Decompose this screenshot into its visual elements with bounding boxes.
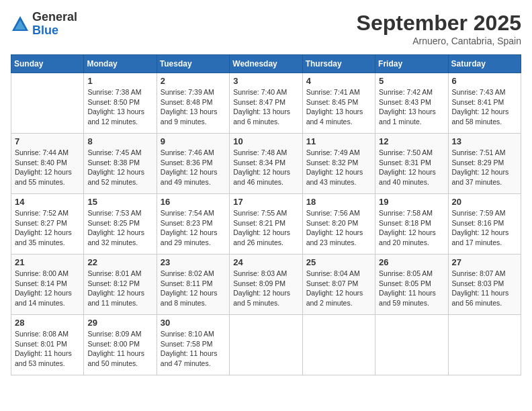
day-number: 6: [452, 76, 517, 86]
day-detail: Sunrise: 7:53 AM Sunset: 8:25 PM Dayligh…: [87, 208, 152, 248]
day-number: 20: [452, 197, 517, 207]
day-number: 2: [161, 76, 226, 86]
calendar-cell: 28Sunrise: 8:08 AM Sunset: 8:01 PM Dayli…: [11, 315, 84, 375]
calendar-cell: 7Sunrise: 7:44 AM Sunset: 8:40 PM Daylig…: [11, 134, 84, 194]
day-number: 16: [161, 197, 226, 207]
calendar-week-row: 14Sunrise: 7:52 AM Sunset: 8:27 PM Dayli…: [11, 194, 521, 255]
day-detail: Sunrise: 7:44 AM Sunset: 8:40 PM Dayligh…: [15, 148, 80, 187]
weekday-header-friday: Friday: [375, 55, 448, 73]
day-number: 27: [452, 257, 517, 267]
day-detail: Sunrise: 7:41 AM Sunset: 8:45 PM Dayligh…: [306, 87, 371, 127]
calendar-cell: 22Sunrise: 8:01 AM Sunset: 8:12 PM Dayli…: [84, 255, 157, 315]
day-detail: Sunrise: 8:05 AM Sunset: 8:05 PM Dayligh…: [379, 269, 444, 308]
calendar-cell: 29Sunrise: 8:09 AM Sunset: 8:00 PM Dayli…: [84, 315, 157, 375]
day-detail: Sunrise: 7:58 AM Sunset: 8:18 PM Dayligh…: [379, 208, 444, 248]
day-detail: Sunrise: 7:51 AM Sunset: 8:29 PM Dayligh…: [452, 148, 517, 187]
weekday-header-tuesday: Tuesday: [157, 55, 229, 73]
calendar-cell: [375, 315, 448, 375]
day-number: 29: [87, 318, 152, 328]
calendar-cell: 5Sunrise: 7:42 AM Sunset: 8:43 PM Daylig…: [375, 73, 448, 134]
calendar-cell: 14Sunrise: 7:52 AM Sunset: 8:27 PM Dayli…: [11, 194, 84, 255]
logo: General Blue: [11, 11, 77, 38]
day-number: 19: [379, 197, 444, 207]
calendar-cell: [230, 315, 302, 375]
day-detail: Sunrise: 7:40 AM Sunset: 8:47 PM Dayligh…: [233, 87, 298, 127]
day-detail: Sunrise: 7:56 AM Sunset: 8:20 PM Dayligh…: [306, 208, 371, 248]
day-number: 8: [87, 136, 152, 146]
day-number: 10: [233, 136, 298, 146]
day-detail: Sunrise: 7:43 AM Sunset: 8:41 PM Dayligh…: [452, 87, 517, 127]
logo-general: General: [32, 11, 77, 24]
location: Arnuero, Cantabria, Spain: [357, 36, 521, 46]
day-detail: Sunrise: 8:10 AM Sunset: 7:58 PM Dayligh…: [161, 329, 226, 369]
day-number: 24: [233, 257, 298, 267]
logo-icon: [11, 15, 30, 34]
day-detail: Sunrise: 7:52 AM Sunset: 8:27 PM Dayligh…: [15, 208, 80, 248]
weekday-header-wednesday: Wednesday: [230, 55, 302, 73]
calendar-cell: 20Sunrise: 7:59 AM Sunset: 8:16 PM Dayli…: [448, 194, 521, 255]
calendar-cell: 24Sunrise: 8:03 AM Sunset: 8:09 PM Dayli…: [230, 255, 302, 315]
calendar-cell: 3Sunrise: 7:40 AM Sunset: 8:47 PM Daylig…: [230, 73, 302, 134]
day-number: 28: [15, 318, 80, 328]
day-detail: Sunrise: 7:59 AM Sunset: 8:16 PM Dayligh…: [452, 208, 517, 248]
calendar-cell: 1Sunrise: 7:38 AM Sunset: 8:50 PM Daylig…: [84, 73, 157, 134]
day-number: 12: [379, 136, 444, 146]
day-number: 11: [306, 136, 371, 146]
calendar-cell: 26Sunrise: 8:05 AM Sunset: 8:05 PM Dayli…: [375, 255, 448, 315]
calendar-cell: 27Sunrise: 8:07 AM Sunset: 8:03 PM Dayli…: [448, 255, 521, 315]
calendar-week-row: 21Sunrise: 8:00 AM Sunset: 8:14 PM Dayli…: [11, 255, 521, 315]
day-number: 23: [161, 257, 226, 267]
calendar-cell: 2Sunrise: 7:39 AM Sunset: 8:48 PM Daylig…: [157, 73, 229, 134]
day-number: 18: [306, 197, 371, 207]
weekday-header-thursday: Thursday: [302, 55, 375, 73]
day-detail: Sunrise: 8:09 AM Sunset: 8:00 PM Dayligh…: [87, 329, 152, 369]
calendar-week-row: 7Sunrise: 7:44 AM Sunset: 8:40 PM Daylig…: [11, 134, 521, 194]
calendar-cell: 4Sunrise: 7:41 AM Sunset: 8:45 PM Daylig…: [302, 73, 375, 134]
day-number: 3: [233, 76, 298, 86]
weekday-header-row: SundayMondayTuesdayWednesdayThursdayFrid…: [11, 55, 521, 73]
calendar-cell: 25Sunrise: 8:04 AM Sunset: 8:07 PM Dayli…: [302, 255, 375, 315]
calendar-cell: [302, 315, 375, 375]
logo-text: General Blue: [32, 11, 77, 38]
calendar-week-row: 1Sunrise: 7:38 AM Sunset: 8:50 PM Daylig…: [11, 73, 521, 134]
calendar-cell: 15Sunrise: 7:53 AM Sunset: 8:25 PM Dayli…: [84, 194, 157, 255]
day-detail: Sunrise: 7:55 AM Sunset: 8:21 PM Dayligh…: [233, 208, 298, 248]
calendar-table: SundayMondayTuesdayWednesdayThursdayFrid…: [11, 54, 521, 375]
day-detail: Sunrise: 8:04 AM Sunset: 8:07 PM Dayligh…: [306, 269, 371, 308]
day-detail: Sunrise: 8:01 AM Sunset: 8:12 PM Dayligh…: [87, 269, 152, 308]
calendar-cell: [11, 73, 84, 134]
day-detail: Sunrise: 7:49 AM Sunset: 8:32 PM Dayligh…: [306, 148, 371, 187]
day-detail: Sunrise: 8:07 AM Sunset: 8:03 PM Dayligh…: [452, 269, 517, 308]
day-number: 1: [87, 76, 152, 86]
calendar-cell: 19Sunrise: 7:58 AM Sunset: 8:18 PM Dayli…: [375, 194, 448, 255]
weekday-header-saturday: Saturday: [448, 55, 521, 73]
calendar-cell: 8Sunrise: 7:45 AM Sunset: 8:38 PM Daylig…: [84, 134, 157, 194]
day-number: 21: [15, 257, 80, 267]
calendar-cell: [448, 315, 521, 375]
day-detail: Sunrise: 7:39 AM Sunset: 8:48 PM Dayligh…: [161, 87, 226, 127]
calendar-cell: 11Sunrise: 7:49 AM Sunset: 8:32 PM Dayli…: [302, 134, 375, 194]
day-detail: Sunrise: 8:00 AM Sunset: 8:14 PM Dayligh…: [15, 269, 80, 308]
day-number: 4: [306, 76, 371, 86]
calendar-cell: 23Sunrise: 8:02 AM Sunset: 8:11 PM Dayli…: [157, 255, 229, 315]
day-detail: Sunrise: 8:03 AM Sunset: 8:09 PM Dayligh…: [233, 269, 298, 308]
calendar-cell: 16Sunrise: 7:54 AM Sunset: 8:23 PM Dayli…: [157, 194, 229, 255]
day-detail: Sunrise: 7:48 AM Sunset: 8:34 PM Dayligh…: [233, 148, 298, 187]
day-detail: Sunrise: 8:08 AM Sunset: 8:01 PM Dayligh…: [15, 329, 80, 369]
day-detail: Sunrise: 8:02 AM Sunset: 8:11 PM Dayligh…: [161, 269, 226, 308]
calendar-cell: 21Sunrise: 8:00 AM Sunset: 8:14 PM Dayli…: [11, 255, 84, 315]
day-number: 13: [452, 136, 517, 146]
weekday-header-monday: Monday: [84, 55, 157, 73]
day-number: 25: [306, 257, 371, 267]
month-title: September 2025: [357, 11, 521, 36]
day-detail: Sunrise: 7:45 AM Sunset: 8:38 PM Dayligh…: [87, 148, 152, 187]
day-detail: Sunrise: 7:46 AM Sunset: 8:36 PM Dayligh…: [161, 148, 226, 187]
day-number: 7: [15, 136, 80, 146]
day-detail: Sunrise: 7:38 AM Sunset: 8:50 PM Dayligh…: [87, 87, 152, 127]
day-number: 9: [161, 136, 226, 146]
calendar-cell: 13Sunrise: 7:51 AM Sunset: 8:29 PM Dayli…: [448, 134, 521, 194]
day-number: 15: [87, 197, 152, 207]
calendar-cell: 10Sunrise: 7:48 AM Sunset: 8:34 PM Dayli…: [230, 134, 302, 194]
day-number: 30: [161, 318, 226, 328]
day-number: 14: [15, 197, 80, 207]
